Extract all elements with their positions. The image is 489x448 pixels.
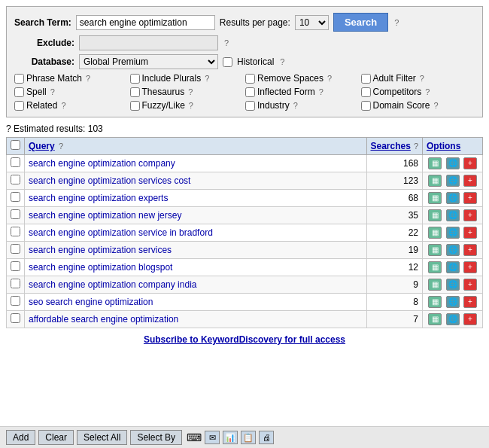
globe-button[interactable]: 🌐	[446, 192, 460, 204]
thesaurus-help[interactable]: ?	[188, 87, 193, 96]
envelope-icon[interactable]: ✉	[205, 431, 220, 444]
globe-button[interactable]: 🌐	[446, 209, 460, 221]
exclude-help-icon[interactable]: ?	[224, 38, 229, 47]
options-link[interactable]: Options	[427, 141, 460, 151]
competitors-help[interactable]: ?	[425, 87, 430, 96]
row-checkbox[interactable]	[11, 175, 20, 184]
query-link[interactable]: search engine optimization blogspot	[29, 262, 172, 273]
chart-button[interactable]: ▦	[428, 157, 442, 169]
query-link[interactable]: affordable search engine optimization	[29, 314, 178, 325]
related-help[interactable]: ?	[61, 101, 65, 110]
spell-checkbox[interactable]	[14, 87, 24, 97]
search-term-input[interactable]	[76, 15, 215, 30]
add-row-button[interactable]: +	[463, 313, 477, 325]
spell-help[interactable]: ?	[50, 87, 55, 96]
chart-button[interactable]: ▦	[428, 261, 442, 273]
query-link[interactable]: seo search engine optimization	[29, 297, 153, 307]
globe-button[interactable]: 🌐	[446, 175, 460, 187]
clear-button[interactable]: Clear	[38, 430, 74, 445]
searches-help-icon[interactable]: ?	[414, 142, 418, 151]
related-checkbox[interactable]	[14, 101, 24, 111]
thesaurus-checkbox[interactable]	[130, 87, 140, 97]
query-help-icon[interactable]: ?	[59, 142, 63, 151]
query-link[interactable]: search engine optimization company india	[29, 279, 196, 290]
globe-button[interactable]: 🌐	[446, 261, 460, 273]
domain-score-help[interactable]: ?	[434, 101, 439, 110]
results-per-page-select[interactable]: 10 25 50 100	[295, 15, 329, 30]
row-checkbox[interactable]	[11, 209, 20, 219]
fuzzy-like-help[interactable]: ?	[189, 101, 193, 110]
query-link[interactable]: search engine optimization services cost	[29, 175, 190, 186]
add-row-button[interactable]: +	[463, 157, 477, 169]
row-checkbox[interactable]	[11, 244, 20, 254]
fuzzy-like-checkbox[interactable]	[130, 101, 140, 111]
add-row-button[interactable]: +	[463, 296, 477, 308]
select-by-button[interactable]: Select By	[130, 430, 182, 445]
add-row-button[interactable]: +	[463, 279, 477, 291]
globe-button[interactable]: 🌐	[446, 157, 460, 169]
chart-icon[interactable]: 📊	[223, 431, 238, 444]
add-row-button[interactable]: +	[463, 227, 477, 239]
export-icon[interactable]: 📋	[241, 431, 256, 444]
phrase-match-checkbox[interactable]	[14, 74, 24, 84]
chart-button[interactable]: ▦	[428, 209, 442, 221]
remove-spaces-help[interactable]: ?	[327, 74, 332, 83]
search-button[interactable]: Search	[333, 13, 388, 32]
query-link[interactable]: search engine optimization experts	[29, 193, 168, 203]
search-help-icon[interactable]: ?	[394, 18, 399, 27]
inflected-form-help[interactable]: ?	[319, 87, 323, 96]
searches-sort-link[interactable]: Searches	[371, 141, 411, 151]
add-row-button[interactable]: +	[463, 261, 477, 273]
industry-checkbox[interactable]	[245, 101, 255, 111]
include-plurals-checkbox[interactable]	[130, 74, 140, 84]
add-row-button[interactable]: +	[463, 192, 477, 204]
database-select[interactable]: Global Premium US English UK English	[79, 54, 218, 69]
query-sort-link[interactable]: Query	[29, 141, 55, 151]
chart-button[interactable]: ▦	[428, 227, 442, 239]
row-checkbox[interactable]	[11, 157, 20, 167]
chart-button[interactable]: ▦	[428, 313, 442, 325]
row-checkbox[interactable]	[11, 261, 20, 271]
query-link[interactable]: search engine optimization services	[29, 245, 172, 255]
add-row-button[interactable]: +	[463, 209, 477, 221]
subscribe-link[interactable]: Subscribe to KeywordDiscovery for full a…	[144, 334, 345, 345]
add-row-button[interactable]: +	[463, 244, 477, 256]
globe-button[interactable]: 🌐	[446, 244, 460, 256]
select-all-header-checkbox[interactable]	[7, 138, 25, 155]
add-row-button[interactable]: +	[463, 175, 477, 187]
row-checkbox[interactable]	[11, 296, 20, 306]
row-checkbox[interactable]	[11, 279, 20, 288]
adult-filter-checkbox[interactable]	[361, 74, 371, 84]
industry-help[interactable]: ?	[293, 101, 298, 110]
adult-filter-help[interactable]: ?	[420, 74, 424, 83]
domain-score-checkbox[interactable]	[361, 101, 371, 111]
historical-help-icon[interactable]: ?	[280, 57, 284, 66]
globe-button[interactable]: 🌐	[446, 227, 460, 239]
exclude-input[interactable]	[79, 35, 218, 50]
globe-button[interactable]: 🌐	[446, 313, 460, 325]
competitors-checkbox[interactable]	[361, 87, 371, 97]
add-button[interactable]: Add	[6, 430, 35, 445]
chart-button[interactable]: ▦	[428, 279, 442, 291]
remove-spaces-checkbox[interactable]	[245, 74, 255, 84]
row-checkbox[interactable]	[11, 227, 20, 236]
query-link[interactable]: search engine optimization service in br…	[29, 227, 213, 238]
include-plurals-help[interactable]: ?	[205, 74, 209, 83]
print-icon[interactable]: 🖨	[259, 431, 274, 444]
chart-button[interactable]: ▦	[428, 244, 442, 256]
chart-button[interactable]: ▦	[428, 192, 442, 204]
row-checkbox[interactable]	[11, 313, 20, 323]
historical-checkbox[interactable]	[223, 57, 232, 67]
spell-label: Spell	[26, 87, 47, 97]
row-checkbox[interactable]	[11, 192, 20, 202]
globe-button[interactable]: 🌐	[446, 279, 460, 291]
chart-button[interactable]: ▦	[428, 296, 442, 308]
chart-button[interactable]: ▦	[428, 175, 442, 187]
phrase-match-help[interactable]: ?	[86, 74, 90, 83]
select-all-button[interactable]: Select All	[77, 430, 127, 445]
globe-button[interactable]: 🌐	[446, 296, 460, 308]
query-link[interactable]: search engine optimization new jersey	[29, 210, 181, 221]
header-checkbox[interactable]	[11, 140, 20, 150]
inflected-form-checkbox[interactable]	[245, 87, 255, 97]
query-link[interactable]: search engine optimization company	[29, 158, 175, 169]
